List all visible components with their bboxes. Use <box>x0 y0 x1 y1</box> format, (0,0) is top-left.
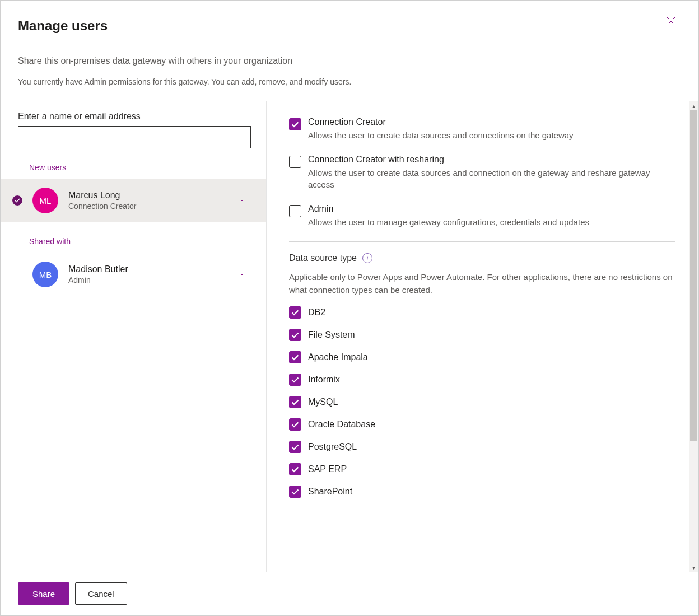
remove-user-icon[interactable] <box>235 193 249 208</box>
manage-users-dialog: Manage users Share this on-premises data… <box>0 0 699 616</box>
shared-with-heading: Shared with <box>1 222 266 253</box>
role-title: Connection Creator <box>308 117 675 127</box>
datasource-label: SAP ERP <box>308 464 347 474</box>
user-name: Marcus Long <box>68 190 235 200</box>
datasource-label: File System <box>308 330 355 340</box>
close-icon[interactable] <box>665 16 677 27</box>
role-option-connection_creator_resharing: Connection Creator with resharingAllows … <box>289 155 675 190</box>
role-desc: Allows the user to manage gateway config… <box>308 216 675 228</box>
datasource-item: PostgreSQL <box>289 441 675 453</box>
role-desc: Allows the user to create data sources a… <box>308 167 675 190</box>
user-role: Admin <box>68 276 235 284</box>
new-users-heading: New users <box>1 148 266 179</box>
datasource-checkbox[interactable] <box>289 441 301 453</box>
datasource-checkbox[interactable] <box>289 418 301 431</box>
datasource-label: DB2 <box>308 307 325 318</box>
datasource-label: Apache Impala <box>308 352 368 362</box>
role-checkbox-connection_creator_resharing[interactable] <box>289 156 301 168</box>
role-title: Admin <box>308 204 675 214</box>
datasource-label: PostgreSQL <box>308 442 357 452</box>
list-item[interactable]: ML Marcus Long Connection Creator <box>1 179 266 222</box>
datasource-checkbox[interactable] <box>289 486 301 498</box>
share-button[interactable]: Share <box>18 582 69 605</box>
datasource-item: MySQL <box>289 396 675 408</box>
divider <box>289 241 675 242</box>
datasource-item: SAP ERP <box>289 463 675 475</box>
datasource-heading: Data source type <box>289 253 357 263</box>
remove-user-icon[interactable] <box>235 267 249 282</box>
role-title: Connection Creator with resharing <box>308 155 675 165</box>
datasource-checkbox[interactable] <box>289 396 301 408</box>
datasource-checkbox[interactable] <box>289 306 301 319</box>
datasource-item: SharePoint <box>289 486 675 498</box>
checkmark-icon <box>12 195 22 206</box>
right-panel: Connection CreatorAllows the user to cre… <box>267 101 698 572</box>
role-desc: Allows the user to create data sources a… <box>308 129 675 141</box>
user-info: Madison Butler Admin <box>68 264 235 284</box>
name-email-label: Enter a name or email address <box>18 111 249 122</box>
datasource-item: Apache Impala <box>289 351 675 363</box>
user-info: Marcus Long Connection Creator <box>68 190 235 211</box>
datasource-item: File System <box>289 329 675 341</box>
datasource-label: MySQL <box>308 397 338 407</box>
dialog-body: Enter a name or email address New users … <box>1 101 698 572</box>
datasource-item: Oracle Database <box>289 418 675 431</box>
datasource-item: Informix <box>289 374 675 386</box>
datasource-item: DB2 <box>289 306 675 319</box>
avatar: MB <box>32 262 58 287</box>
scrollbar-thumb[interactable] <box>690 110 697 441</box>
role-option-connection_creator: Connection CreatorAllows the user to cre… <box>289 117 675 141</box>
user-role: Connection Creator <box>68 202 235 211</box>
scroll-up-icon[interactable]: ▴ <box>689 101 698 110</box>
dialog-footer: Share Cancel <box>1 572 698 615</box>
permissions-note: You currently have Admin permissions for… <box>18 77 681 86</box>
dialog-header: Manage users Share this on-premises data… <box>1 1 698 101</box>
datasource-checkbox[interactable] <box>289 351 301 363</box>
datasource-note: Applicable only to Power Apps and Power … <box>289 271 675 296</box>
role-checkbox-connection_creator[interactable] <box>289 118 301 130</box>
avatar: ML <box>32 188 58 213</box>
datasource-label: Oracle Database <box>308 419 375 430</box>
page-title: Manage users <box>18 18 681 34</box>
datasource-checkbox[interactable] <box>289 374 301 386</box>
list-item[interactable]: MB Madison Butler Admin <box>1 253 266 296</box>
dialog-subtitle: Share this on-premises data gateway with… <box>18 56 681 66</box>
cancel-button[interactable]: Cancel <box>75 582 127 605</box>
user-name: Madison Butler <box>68 264 235 274</box>
datasource-heading-row: Data source type i <box>289 253 675 263</box>
role-checkbox-admin[interactable] <box>289 205 301 217</box>
left-panel: Enter a name or email address New users … <box>1 101 267 572</box>
info-icon[interactable]: i <box>362 253 372 263</box>
input-section: Enter a name or email address <box>1 101 266 148</box>
scrollbar[interactable]: ▴ ▾ <box>689 101 698 572</box>
role-option-admin: AdminAllows the user to manage gateway c… <box>289 204 675 228</box>
datasource-label: SharePoint <box>308 487 352 497</box>
datasource-label: Informix <box>308 375 340 385</box>
scroll-down-icon[interactable]: ▾ <box>689 563 698 572</box>
datasource-checkbox[interactable] <box>289 463 301 475</box>
datasource-checkbox[interactable] <box>289 329 301 341</box>
name-email-input[interactable] <box>18 126 251 148</box>
